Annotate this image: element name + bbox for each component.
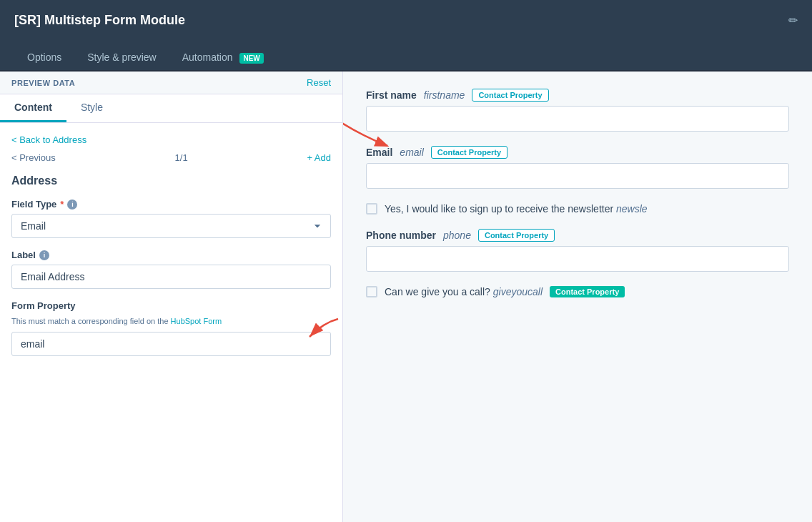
newsletter-label: Yes, I would like to sign up to receive … [385, 203, 648, 215]
back-to-address-link[interactable]: < Back to Address [11, 134, 331, 145]
tab-style-preview[interactable]: Style & preview [74, 44, 169, 72]
call-checkbox[interactable] [366, 286, 377, 297]
email-key: email [400, 147, 423, 158]
tab-automation[interactable]: Automation NEW [169, 44, 277, 72]
left-panel-content: < Back to Address < Previous 1/1 + Add A… [0, 123, 342, 522]
label-input[interactable] [11, 265, 331, 289]
content-style-tabs: Content Style [0, 94, 342, 123]
section-title: Address [11, 174, 331, 187]
form-property-input[interactable] [11, 332, 331, 356]
phone-key: phone [443, 230, 471, 241]
hubspot-form-link[interactable]: HubSpot Form [171, 317, 222, 325]
phone-label-row: Phone number phone Contact Property [366, 229, 789, 242]
left-panel: PREVIEW DATA Reset Content Style < Back … [0, 72, 343, 522]
form-row-firstname: First name firstname Contact Property [366, 89, 789, 132]
tab-bar: Options Style & preview Automation NEW [0, 40, 812, 72]
newsletter-checkbox[interactable] [366, 203, 377, 215]
form-property-group: Form Property This must match a correspo… [11, 300, 331, 356]
main-layout: PREVIEW DATA Reset Content Style < Back … [0, 72, 812, 522]
required-star: * [60, 199, 64, 210]
label-field-label: Label i [11, 250, 331, 260]
top-bar: [SR] Multistep Form Module ✏ [0, 0, 812, 40]
preview-data-label: PREVIEW DATA [11, 79, 75, 87]
field-type-label: Field Type * i [11, 199, 331, 210]
form-property-helper: This must match a corresponding field on… [11, 315, 331, 328]
firstname-label-row: First name firstname Contact Property [366, 89, 789, 102]
page-title: [SR] Multistep Form Module [14, 13, 781, 28]
edit-icon[interactable]: ✏ [788, 14, 798, 27]
label-group: Label i [11, 250, 331, 289]
phone-contact-property-badge: Contact Property [478, 229, 555, 242]
reset-button[interactable]: Reset [307, 77, 331, 88]
previous-button[interactable]: < Previous [11, 152, 56, 163]
email-label: Email [366, 147, 392, 158]
form-row-email: Email email Contact Property [366, 146, 789, 189]
form-property-input-container [11, 332, 331, 356]
automation-new-badge: NEW [239, 53, 263, 64]
phone-label: Phone number [366, 230, 436, 241]
field-type-group: Field Type * i Email Text Number Phone T… [11, 199, 331, 238]
firstname-label: First name [366, 89, 417, 101]
field-type-info-icon: i [67, 200, 77, 210]
call-label: Can we give you a call? giveyoucall [385, 286, 543, 297]
call-contact-property-badge: Contact Property [550, 286, 625, 297]
email-input-preview [366, 163, 789, 189]
form-row-phone: Phone number phone Contact Property [366, 229, 789, 272]
tab-options[interactable]: Options [14, 44, 74, 72]
preview-data-header: PREVIEW DATA Reset [0, 72, 342, 94]
tab-content[interactable]: Content [0, 94, 66, 122]
email-label-row: Email email Contact Property [366, 146, 789, 159]
firstname-key: firstname [424, 89, 465, 101]
phone-input-preview [366, 246, 789, 272]
label-info-icon: i [39, 250, 49, 260]
add-button[interactable]: + Add [307, 152, 331, 163]
nav-count: 1/1 [175, 152, 188, 163]
firstname-contact-property-badge: Contact Property [472, 89, 548, 102]
email-contact-property-badge: Contact Property [431, 146, 508, 159]
field-type-select[interactable]: Email Text Number Phone Textarea [11, 214, 331, 238]
newsletter-row: Yes, I would like to sign up to receive … [366, 203, 789, 215]
firstname-input-preview [366, 106, 789, 132]
form-property-label: Form Property [11, 300, 331, 311]
right-panel: First name firstname Contact Property Em… [343, 72, 812, 522]
call-row: Can we give you a call? giveyoucall Cont… [366, 286, 789, 297]
nav-row: < Previous 1/1 + Add [11, 152, 331, 163]
tab-style[interactable]: Style [66, 94, 117, 122]
